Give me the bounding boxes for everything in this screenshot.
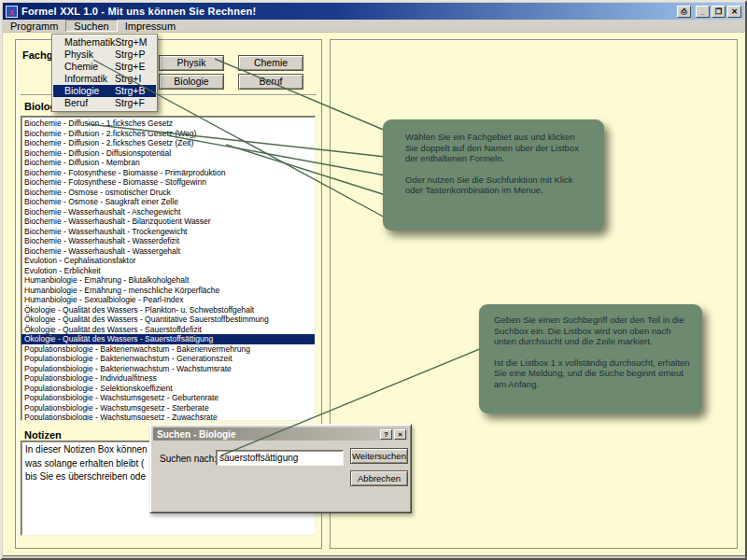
suchen-dropdown-menu: MathematikStrg+MPhysikStrg+PChemieStrg+E…	[51, 34, 158, 112]
list-item[interactable]: Populationsbiologie - Individualfitness	[21, 373, 315, 384]
list-item[interactable]: Humanbiologie - Ernährung - menschliche …	[21, 286, 315, 296]
callout-fachgebiet-hint: Wählen Sie ein Fachgebiet aus und klicke…	[383, 119, 604, 231]
list-item[interactable]: Evulotion - Erblichkeit	[21, 266, 315, 276]
menu-item-physik[interactable]: PhysikStrg+P	[53, 49, 156, 61]
list-item[interactable]: Ökologie - Qualität des Wassers - Sauers…	[21, 325, 315, 335]
menu-item-mathematik[interactable]: MathematikStrg+M	[53, 36, 156, 49]
list-item[interactable]: Biochemie - Wasserhaushalt - Aschegewich…	[21, 207, 315, 217]
print-icon[interactable]: ⎙	[677, 6, 691, 18]
search-label: Suchen nach:	[160, 454, 217, 464]
fachgebiet-button-beruf[interactable]: Beruf	[238, 74, 303, 90]
search-dialog: Suchen - Biologie ? × Suchen nach: Weite…	[149, 424, 412, 513]
callout-search-hint: Geben Sie einen Suchbegriff oder den Tei…	[479, 304, 702, 413]
menu-item-beruf[interactable]: BerufStrg+F	[53, 97, 156, 109]
list-item[interactable]: Biochemie - Wasserhaushalt - Wasserdefiz…	[21, 236, 315, 246]
list-item[interactable]: Populationsbiologie - Wachstumsgesetz - …	[21, 393, 315, 403]
formula-listbox[interactable]: Biochemie - Diffusion - 1.ficksches Gese…	[21, 116, 316, 421]
cancel-button[interactable]: Abbrechen	[350, 470, 408, 486]
fachgebiet-button-physik[interactable]: Physik	[159, 55, 224, 71]
list-item[interactable]: Biochemie - Fotosynthese - Biomasse - St…	[21, 177, 315, 188]
list-item[interactable]: Biochemie - Diffusion - 2.ficksches Gese…	[21, 129, 315, 139]
list-item[interactable]: Populationsbiologie - Bakterienwachstum …	[21, 344, 315, 355]
list-item[interactable]: Biochemie - Wasserhaushalt - Bilanzquoti…	[21, 217, 315, 227]
list-item[interactable]: Populationsbiologie - Wachstumsgesetz - …	[21, 403, 315, 413]
menu-bar: ProgrammSuchenImpressum	[3, 20, 744, 33]
menubar-item-impressum[interactable]: Impressum	[118, 20, 183, 32]
dialog-title: Suchen - Biologie	[157, 429, 378, 440]
list-item[interactable]: Ökologie - Qualität des Wassers - Sauers…	[21, 334, 315, 344]
list-item[interactable]: Humanbiologie - Sexualbiologie - Pearl-I…	[21, 295, 315, 305]
list-item[interactable]: Biochemie - Wasserhaushalt - Trockengewi…	[21, 227, 315, 237]
callout-paragraph: Oder nutzen Sie die Suchfunktion mit Kli…	[405, 175, 595, 196]
list-item[interactable]: Populationsbiologie - Selektionskoeffizi…	[21, 384, 315, 394]
menubar-item-programm[interactable]: Programm	[3, 20, 65, 32]
list-item[interactable]: Biochemie - Osmose - Saugkraft einer Zel…	[21, 197, 315, 207]
list-item[interactable]: Humanbiologie - Ernährung - Blutalkoholg…	[21, 275, 315, 286]
list-item[interactable]: Biochemie - Diffusion - 2.ficksches Gese…	[21, 138, 315, 148]
list-item[interactable]: Biochemie - Wasserhaushalt - Wassergehal…	[21, 246, 315, 257]
list-item[interactable]: Populationsbiologie - Bakterienwachstum …	[21, 354, 315, 364]
menu-item-informatik[interactable]: InformatikStrg+I	[53, 73, 156, 85]
list-item[interactable]: Ökologie - Qualität des Wassers - Quanti…	[21, 315, 315, 325]
minimize-icon[interactable]: _	[696, 6, 710, 18]
list-item[interactable]: Biochemie - Diffusion - Diffusionspotent…	[21, 148, 315, 159]
fachgebiet-button-chemie[interactable]: Chemie	[238, 55, 303, 71]
app-window: x Formel XXL 1.0 - Mit uns können Sie Re…	[0, 0, 747, 560]
list-item[interactable]: Biochemie - Fotosynthese - Biomasse - Pr…	[21, 168, 315, 178]
list-item[interactable]: Biochemie - Diffusion - 1.ficksches Gese…	[21, 119, 315, 129]
dialog-title-bar[interactable]: Suchen - Biologie ? ×	[153, 427, 408, 441]
app-icon: x	[6, 6, 18, 18]
callout-paragraph: Geben Sie einen Suchbegriff oder den Tei…	[494, 315, 693, 347]
title-bar: x Formel XXL 1.0 - Mit uns können Sie Re…	[3, 3, 744, 20]
callout-paragraph: Ist die Listbox 1 x vollständig durchsuc…	[494, 357, 693, 390]
restore-icon[interactable]: ❐	[712, 6, 726, 18]
list-item[interactable]: Ökologie - Qualität des Wassers - Plankt…	[21, 305, 315, 315]
window-controls: ⎙ _ ❐ ✕	[677, 6, 741, 18]
help-icon[interactable]: ?	[380, 429, 392, 440]
list-item[interactable]: Biochemie - Osmose - osmotischer Druck	[21, 188, 315, 198]
window-title: Formel XXL 1.0 - Mit uns können Sie Rech…	[21, 6, 677, 17]
notes-label: Notizen	[24, 429, 62, 441]
search-input[interactable]	[216, 450, 344, 466]
list-item[interactable]: Biochemie - Diffusion - Membran	[21, 158, 315, 168]
close-icon[interactable]: ✕	[727, 6, 741, 18]
dialog-close-icon[interactable]: ×	[394, 429, 406, 440]
menubar-item-suchen[interactable]: Suchen	[65, 20, 117, 32]
callout-paragraph: Wählen Sie ein Fachgebiet aus und klicke…	[405, 132, 595, 164]
list-item[interactable]: Populationsbiologie - Bakterienwachstum …	[21, 364, 315, 374]
menu-item-chemie[interactable]: ChemieStrg+E	[53, 61, 156, 73]
list-item[interactable]: Populationsbiologie - Wachstumsgesetz - …	[21, 413, 315, 421]
find-next-button[interactable]: Weitersuchen	[350, 448, 408, 464]
list-item[interactable]: Evulotion - Cephalisationsfaktor	[21, 256, 315, 266]
menu-item-biologie[interactable]: BiologieStrg+B	[53, 85, 156, 97]
fachgebiet-button-biologie[interactable]: Biologie	[159, 74, 224, 90]
